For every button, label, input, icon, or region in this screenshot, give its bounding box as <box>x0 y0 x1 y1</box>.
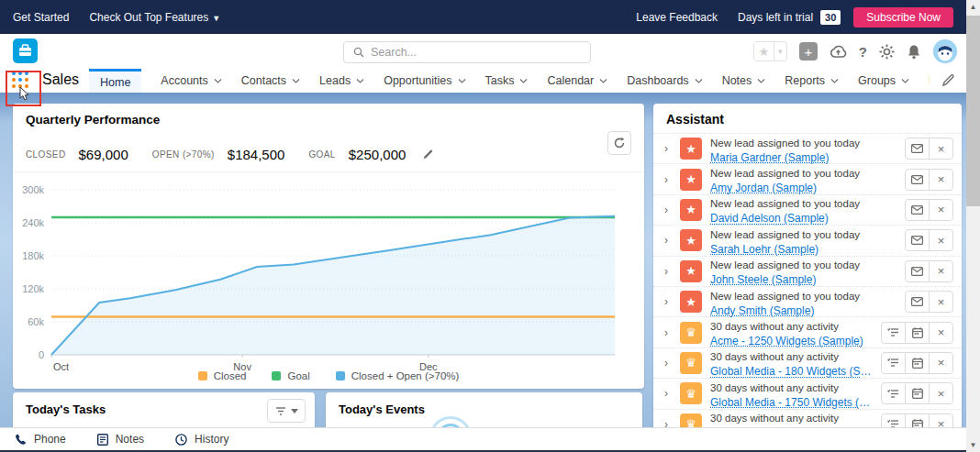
expand-chevron-icon[interactable]: › <box>664 234 672 247</box>
phone-icon <box>15 434 27 446</box>
dismiss-button[interactable]: × <box>929 352 953 374</box>
expand-chevron-icon[interactable]: › <box>664 326 672 339</box>
create-task-icon <box>887 358 899 368</box>
tab-label: Forecasts <box>929 74 930 87</box>
dismiss-button[interactable]: × <box>929 322 953 344</box>
expand-chevron-icon[interactable]: › <box>664 265 672 278</box>
help-icon[interactable]: ? <box>859 44 867 60</box>
email-button[interactable] <box>905 169 930 191</box>
edit-goal-pencil-icon[interactable] <box>422 149 434 160</box>
svg-text:0: 0 <box>39 349 44 360</box>
tab-tasks[interactable]: Tasks <box>485 69 529 93</box>
scroll-up-arrow[interactable]: ▲ <box>966 0 980 14</box>
notifications-bell-icon[interactable] <box>907 44 921 60</box>
create-task-button[interactable] <box>881 352 906 374</box>
dismiss-button[interactable]: × <box>929 199 953 221</box>
dismiss-button[interactable]: × <box>929 413 953 427</box>
utility-item-history[interactable]: History <box>175 433 228 446</box>
utility-item-phone[interactable]: Phone <box>15 433 66 446</box>
email-button[interactable] <box>905 291 930 313</box>
tab-contacts[interactable]: Contacts <box>241 69 300 93</box>
tab-dashboards[interactable]: Dashboards <box>627 69 702 93</box>
refresh-button[interactable] <box>607 131 631 155</box>
tab-opportunities[interactable]: Opportunities <box>384 69 465 93</box>
salesforce-app-logo[interactable] <box>13 39 38 63</box>
assistant-item-text: 30 days without any activitysalesforce.c… <box>710 408 873 427</box>
expand-chevron-icon[interactable]: › <box>664 173 672 186</box>
current-app-name[interactable]: Sales <box>42 72 79 88</box>
app-launcher-icon[interactable] <box>12 72 32 90</box>
tab-label: Calendar <box>547 74 594 87</box>
tab-accounts[interactable]: Accounts <box>161 69 221 93</box>
email-icon <box>911 175 923 184</box>
expand-chevron-icon[interactable]: › <box>664 418 672 427</box>
chart-legend: ClosedGoalClosed + Open (>70%) <box>13 370 644 381</box>
metric-value: $250,000 <box>349 147 406 162</box>
scroll-down-arrow[interactable]: ▼ <box>966 438 980 452</box>
dismiss-button[interactable]: × <box>929 169 953 191</box>
utility-item-notes[interactable]: Notes <box>97 433 144 446</box>
dismiss-button[interactable]: × <box>929 260 953 282</box>
dismiss-button[interactable]: × <box>929 291 953 313</box>
assistant-item-text: 30 days without any activityGlobal Media… <box>710 347 873 379</box>
metric-label: OPEN (>70%) <box>152 149 215 160</box>
tab-forecasts[interactable]: Forecasts <box>929 69 930 93</box>
dismiss-button[interactable]: × <box>929 382 953 404</box>
tab-calendar[interactable]: Calendar <box>547 69 607 93</box>
tab-groups[interactable]: Groups <box>858 69 909 93</box>
setup-gear-icon[interactable] <box>879 44 895 60</box>
chevron-down-icon <box>901 79 909 83</box>
page-scrollbar[interactable]: ▲ ▼ <box>966 0 980 452</box>
leave-feedback-link[interactable]: Leave Feedback <box>636 11 718 24</box>
create-event-button[interactable] <box>905 413 930 427</box>
assistant-item-title: New lead assigned to you today <box>710 198 860 209</box>
tab-home[interactable]: Home <box>89 69 141 93</box>
trial-days-count: 30 <box>820 10 841 25</box>
tab-notes[interactable]: Notes <box>722 69 766 93</box>
user-avatar[interactable] <box>933 39 957 63</box>
assistant-item-title: 30 days without any activity <box>710 351 839 362</box>
tab-reports[interactable]: Reports <box>785 69 839 93</box>
global-search-input[interactable]: Search... <box>343 41 591 63</box>
create-task-button[interactable] <box>881 382 906 404</box>
create-task-button[interactable] <box>881 322 906 344</box>
create-event-button[interactable] <box>905 322 930 344</box>
assistant-item-text: 30 days without any activityGlobal Media… <box>710 378 873 410</box>
favorite-star-button[interactable]: ★ <box>753 41 774 61</box>
create-event-button[interactable] <box>905 382 930 404</box>
tab-label: Groups <box>858 74 896 87</box>
favorites-dropdown-button[interactable]: ▼ <box>774 41 787 61</box>
top-features-menu[interactable]: Check Out Top Features▼ <box>89 11 220 24</box>
assistant-item-actions: × <box>881 382 953 404</box>
opportunity-icon: ♛ <box>680 413 702 427</box>
metric-value: $184,500 <box>228 147 285 162</box>
favorites-control: ★ ▼ <box>753 41 787 61</box>
email-button[interactable] <box>905 229 930 251</box>
legend-swatch-icon <box>198 371 207 380</box>
subscribe-now-button[interactable]: Subscribe Now <box>853 7 953 28</box>
global-actions-button[interactable]: + <box>799 42 818 61</box>
create-task-button[interactable] <box>881 413 906 427</box>
assistant-item: ›★New lead assigned to you todayAndy Smi… <box>653 286 962 316</box>
guidance-center-icon[interactable] <box>830 45 847 59</box>
dismiss-button[interactable]: × <box>929 229 953 251</box>
tab-bar: Sales HomeAccountsContactsLeadsOpportuni… <box>0 69 966 93</box>
expand-chevron-icon[interactable]: › <box>664 357 672 369</box>
tab-label: Contacts <box>241 74 286 87</box>
dismiss-button[interactable]: × <box>929 138 953 160</box>
scrollbar-thumb[interactable] <box>966 16 980 206</box>
create-event-button[interactable] <box>905 352 930 374</box>
email-button[interactable] <box>905 138 930 160</box>
expand-chevron-icon[interactable]: › <box>664 142 672 155</box>
expand-chevron-icon[interactable]: › <box>664 387 672 400</box>
edit-nav-pencil-icon[interactable] <box>941 73 955 87</box>
expand-chevron-icon[interactable]: › <box>664 295 672 308</box>
expand-chevron-icon[interactable]: › <box>664 204 672 216</box>
email-button[interactable] <box>905 199 930 221</box>
utility-item-label: Phone <box>34 433 66 446</box>
create-task-icon <box>887 389 899 399</box>
tasks-filter-button[interactable] <box>267 399 306 423</box>
tab-leads[interactable]: Leads <box>319 69 364 93</box>
email-button[interactable] <box>905 260 930 282</box>
get-started-link[interactable]: Get Started <box>13 11 69 24</box>
